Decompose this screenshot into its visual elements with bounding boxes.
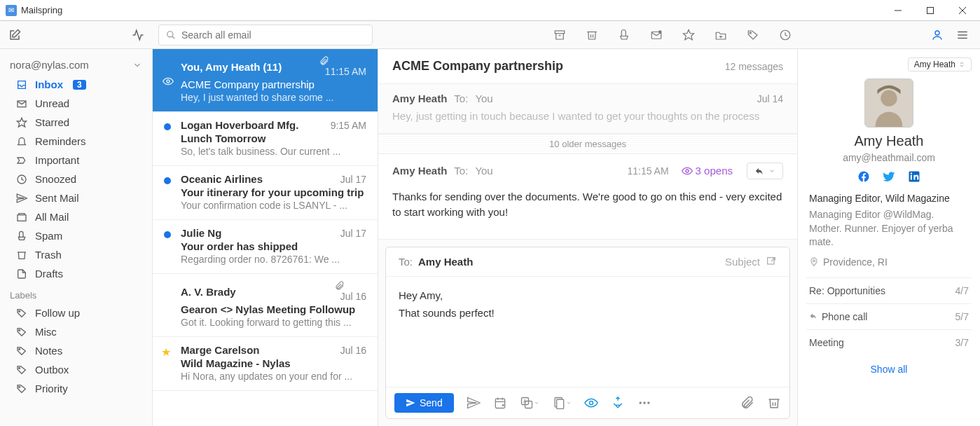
more-icon[interactable] [637, 396, 651, 410]
archive-button[interactable] [553, 29, 566, 41]
folder-icon [15, 268, 28, 280]
tag-icon [15, 364, 28, 376]
message-time: Jul 16 [340, 345, 366, 356]
thread-message-collapsed[interactable]: Amy Heath To: You Jul 14 Hey, just getti… [378, 84, 797, 134]
trash-button[interactable] [586, 29, 598, 41]
sidebar-item-starred[interactable]: Starred [0, 113, 152, 132]
message-list: You, Amy Heath (11)11:15 AMACME Company … [153, 49, 378, 426]
message-list-item[interactable]: Oceanic AirlinesJul 17Your itinerary for… [153, 166, 378, 220]
attach-icon[interactable] [740, 396, 754, 410]
svg-rect-50 [911, 175, 912, 180]
snooze-button[interactable] [779, 29, 792, 41]
thread-body: Thanks for sending over the documents. W… [392, 184, 783, 231]
sidebar-label-outbox[interactable]: Outbox [0, 360, 152, 379]
sidebar-label-priority[interactable]: Priority [0, 379, 152, 398]
star-button[interactable] [682, 29, 695, 41]
search-input-wrapper[interactable] [158, 25, 373, 46]
show-all-link[interactable]: Show all [806, 355, 972, 383]
linkedin-icon[interactable] [908, 170, 920, 183]
tracking-icon[interactable] [584, 396, 598, 410]
menu-icon[interactable] [956, 29, 969, 41]
move-folder-button[interactable] [715, 29, 727, 41]
sidebar-label-follow-up[interactable]: Follow up [0, 303, 152, 322]
unread-dot-icon [164, 231, 171, 238]
sidebar-item-all-mail[interactable]: All Mail [0, 207, 152, 226]
svg-line-5 [172, 36, 175, 39]
facebook-icon[interactable] [857, 170, 870, 183]
message-preview: Hey, I just wanted to share some ... [181, 92, 366, 103]
message-subject: Your order has shipped [181, 240, 366, 252]
delete-draft-icon[interactable] [767, 396, 781, 410]
reply-button[interactable] [747, 163, 783, 179]
sidebar-item-trash[interactable]: Trash [0, 245, 152, 264]
tag-icon [15, 308, 28, 319]
sidebar-item-sent-mail[interactable]: Sent Mail [0, 188, 152, 207]
send-later-icon[interactable] [467, 396, 481, 410]
popout-icon[interactable] [766, 256, 777, 267]
svg-point-46 [647, 401, 649, 404]
spam-button[interactable] [618, 29, 630, 41]
tag-icon [15, 327, 28, 338]
activity-icon[interactable] [132, 29, 144, 41]
label-button[interactable] [747, 29, 759, 41]
message-list-item[interactable]: Julie NgJul 17Your order has shippedRega… [153, 220, 378, 274]
sidebar-item-spam[interactable]: Spam [0, 226, 152, 245]
svg-point-48 [881, 90, 897, 106]
message-list-item[interactable]: You, Amy Heath (11)11:15 AMACME Company … [153, 49, 378, 112]
compose-button[interactable] [8, 29, 21, 41]
sidebar-item-drafts[interactable]: Drafts [0, 264, 152, 283]
translate-icon[interactable]: A [520, 396, 539, 410]
svg-point-28 [167, 80, 170, 83]
svg-point-43 [589, 401, 593, 405]
send-button[interactable]: Send [394, 393, 454, 413]
sidebar-item-important[interactable]: Important [0, 151, 152, 170]
message-list-item[interactable]: A. V. BradyJul 16Gearon <> Nylas Meeting… [153, 274, 378, 337]
account-selector[interactable]: nora@nylas.com [0, 55, 152, 75]
reminder-icon[interactable] [493, 396, 507, 410]
contact-panel: Amy Heath Amy Heath amy@heathmail.com Ma… [798, 49, 980, 426]
link-tracking-icon[interactable] [611, 396, 625, 410]
templates-icon[interactable] [552, 396, 572, 410]
older-messages-bar[interactable]: 10 older messages [378, 134, 797, 154]
composer-to-recipient[interactable]: Amy Heath [418, 256, 473, 268]
unread-dot-icon [164, 177, 171, 184]
window-maximize-button[interactable] [914, 0, 946, 21]
message-from: Logan Hoverboard Mfg. [181, 119, 298, 131]
composer-subject-label[interactable]: Subject [725, 256, 760, 268]
composer-body[interactable]: Hey Amy, That sounds perfect! [386, 277, 789, 387]
sidebar-item-snoozed[interactable]: Snoozed [0, 170, 152, 188]
related-thread-item[interactable]: Phone call5/7 [806, 303, 972, 329]
window-minimize-button[interactable] [882, 0, 914, 21]
window-close-button[interactable] [946, 0, 979, 21]
composer: To: Amy Heath Subject Hey Amy, That soun… [385, 247, 790, 420]
eye-icon [163, 76, 174, 87]
opens-badge[interactable]: 3 opens [682, 165, 733, 177]
related-thread-item[interactable]: Re: Opportunities4/7 [806, 277, 972, 303]
sidebar-label-notes[interactable]: Notes [0, 341, 152, 360]
contact-email[interactable]: amy@heathmail.com [806, 152, 972, 163]
folder-icon [15, 79, 28, 90]
sidebar-item-inbox[interactable]: Inbox3 [0, 75, 152, 94]
app-icon: ✉ [6, 5, 17, 16]
sidebar-item-unread[interactable]: Unread [0, 94, 152, 113]
sidebar-item-reminders[interactable]: Reminders [0, 132, 152, 151]
contact-avatar [864, 78, 913, 128]
mark-unread-button[interactable] [650, 29, 663, 41]
composer-to-label: To: [399, 256, 413, 268]
chevron-down-icon [132, 60, 142, 70]
related-thread-item[interactable]: Meeting3/7 [806, 329, 972, 355]
star-icon[interactable]: ★ [161, 345, 171, 359]
twitter-icon[interactable] [883, 170, 895, 183]
message-time: Jul 17 [340, 228, 366, 239]
svg-marker-20 [17, 118, 26, 127]
sidebar-label-misc[interactable]: Misc [0, 322, 152, 341]
search-input[interactable] [181, 29, 365, 41]
message-subject: Your itinerary for your upcoming trip [181, 186, 366, 198]
svg-point-25 [19, 348, 20, 350]
message-list-item[interactable]: Logan Hoverboard Mfg.9:15 AMLunch Tomorr… [153, 112, 378, 166]
thread-to-label: To: [454, 165, 468, 177]
message-time: 9:15 AM [331, 120, 366, 131]
contact-selector[interactable]: Amy Heath [908, 57, 972, 71]
message-list-item[interactable]: ★Marge CarelsonJul 16Wild Magazine - Nyl… [153, 337, 378, 391]
profile-icon[interactable] [931, 29, 944, 41]
